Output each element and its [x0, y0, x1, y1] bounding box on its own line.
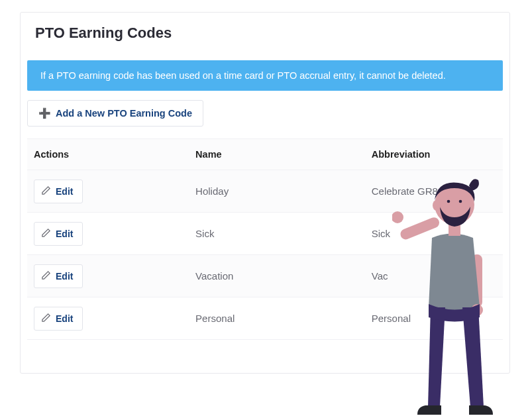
info-banner: If a PTO earning code has been used on a… — [27, 60, 503, 91]
edit-label: Edit — [56, 313, 73, 324]
edit-button[interactable]: Edit — [34, 222, 83, 246]
cell-abbreviation: Sick — [365, 220, 503, 247]
cell-name: Holiday — [189, 178, 365, 205]
edit-label: Edit — [56, 186, 73, 197]
edit-label: Edit — [56, 271, 73, 282]
edit-button[interactable]: Edit — [34, 307, 83, 331]
table-row: Edit Holiday Celebrate GR8 — [27, 170, 503, 213]
table-header: Actions Name Abbreviation — [27, 138, 503, 170]
cell-abbreviation: Vac — [365, 262, 503, 289]
table-row: Edit Vacation Vac — [27, 255, 503, 297]
col-header-abbreviation: Abbreviation — [365, 139, 503, 170]
add-button-label: Add a New PTO Earning Code — [56, 108, 192, 119]
pencil-icon — [41, 270, 51, 282]
page-title: PTO Earning Codes — [21, 13, 509, 60]
cell-abbreviation: Celebrate GR8 — [365, 178, 503, 205]
cell-name: Personal — [189, 305, 365, 332]
pto-codes-table: Actions Name Abbreviation Edit Holiday C… — [27, 138, 503, 340]
edit-button[interactable]: Edit — [34, 264, 83, 288]
table-body: Edit Holiday Celebrate GR8 Edit Sick Sic… — [27, 170, 503, 340]
add-pto-code-button[interactable]: ➕ Add a New PTO Earning Code — [27, 100, 203, 127]
cell-name: Vacation — [189, 262, 365, 289]
edit-button[interactable]: Edit — [34, 180, 83, 203]
col-header-name: Name — [189, 139, 365, 170]
col-header-actions: Actions — [27, 139, 189, 170]
pto-panel: PTO Earning Codes If a PTO earning code … — [20, 12, 510, 374]
cell-abbreviation: Personal — [365, 305, 503, 332]
pencil-icon — [41, 313, 51, 325]
cell-name: Sick — [189, 220, 365, 247]
edit-label: Edit — [56, 229, 73, 239]
pencil-icon — [41, 185, 51, 197]
plus-icon: ➕ — [38, 107, 51, 119]
table-row: Edit Personal Personal — [27, 297, 503, 340]
table-row: Edit Sick Sick — [27, 213, 503, 255]
pencil-icon — [41, 228, 51, 240]
